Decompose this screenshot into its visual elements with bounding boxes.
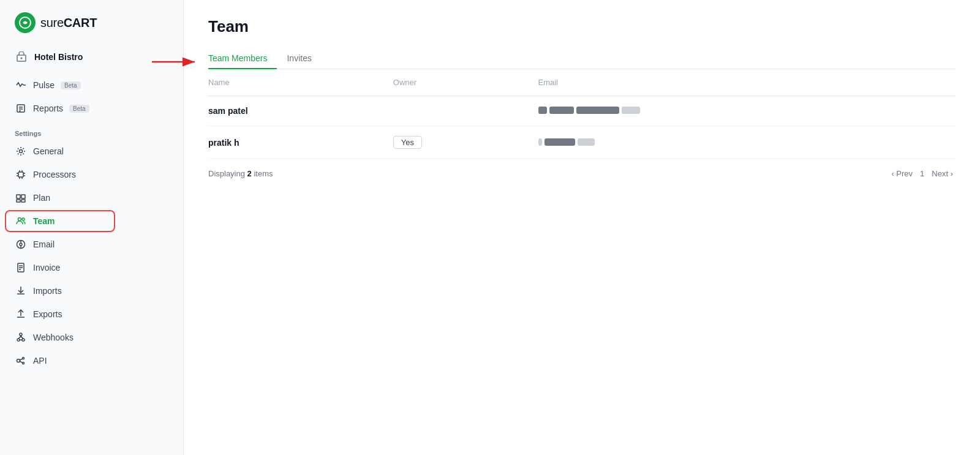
email-blur-sam — [538, 107, 640, 114]
sidebar-item-pulse[interactable]: Pulse Beta — [0, 73, 183, 97]
svg-rect-8 — [18, 172, 23, 177]
sidebar-item-general[interactable]: General — [0, 140, 183, 163]
row-owner-pratik: Yes — [393, 126, 538, 159]
table-row: sam patel — [208, 96, 956, 126]
sidebar-item-label-team: Team — [33, 216, 55, 226]
team-table: Name Owner Email sam patel — [208, 69, 956, 159]
sidebar-item-api[interactable]: API — [0, 349, 183, 372]
team-icon — [15, 215, 27, 227]
store-selector[interactable]: Hotel Bistro — [0, 45, 183, 73]
settings-section-label: Settings — [0, 120, 183, 140]
row-email-sam — [538, 96, 956, 126]
blur-piece — [622, 107, 640, 114]
svg-rect-17 — [17, 195, 20, 198]
sidebar-item-label-imports: Imports — [33, 286, 62, 296]
blur-piece — [538, 138, 542, 146]
main-header: Team Team Members Invites — [184, 0, 980, 69]
tabs: Team Members Invites — [208, 48, 956, 69]
sidebar-item-label-email: Email — [33, 239, 55, 249]
sidebar-item-reports[interactable]: Reports Beta — [0, 97, 183, 120]
sidebar-item-label-exports: Exports — [33, 309, 62, 319]
owner-yes-badge: Yes — [393, 136, 422, 149]
sidebar-item-label-api: API — [33, 356, 47, 366]
email-blur-pratik — [538, 138, 595, 146]
svg-point-36 — [17, 359, 20, 363]
sidebar-item-label-pulse: Pulse — [33, 80, 55, 90]
sidebar-item-label-general: General — [33, 146, 64, 156]
svg-rect-19 — [17, 200, 20, 202]
sidebar-item-label-plan: Plan — [33, 193, 50, 203]
blur-piece — [578, 138, 595, 146]
sidebar-item-label-processors: Processors — [33, 170, 76, 179]
tab-team-members[interactable]: Team Members — [208, 48, 277, 69]
prev-button[interactable]: ‹ Prev — [891, 169, 913, 178]
general-icon — [15, 145, 27, 157]
sidebar-item-label-invoice: Invoice — [33, 263, 60, 273]
svg-rect-18 — [21, 195, 25, 198]
table-header-row: Name Owner Email — [208, 69, 956, 96]
pagination: Displaying 2 items ‹ Prev 1 Next › — [208, 159, 956, 188]
exports-icon — [15, 308, 27, 320]
logo: sureCART — [0, 0, 183, 45]
sidebar-item-label-reports: Reports — [33, 103, 63, 113]
svg-point-22 — [22, 218, 24, 220]
imports-icon — [15, 285, 27, 297]
blur-piece — [549, 107, 574, 114]
sidebar-item-webhooks[interactable]: Webhooks — [0, 326, 183, 349]
col-owner: Owner — [393, 69, 538, 96]
svg-point-2 — [21, 58, 23, 59]
svg-line-40 — [20, 361, 23, 363]
plan-icon — [15, 192, 27, 204]
blur-piece — [545, 138, 575, 146]
svg-point-24 — [20, 243, 22, 246]
webhooks-icon — [15, 331, 27, 344]
tab-invites[interactable]: Invites — [277, 48, 321, 69]
col-email: Email — [538, 69, 956, 96]
store-name: Hotel Bistro — [34, 52, 83, 62]
svg-point-38 — [23, 363, 24, 364]
pagination-controls: ‹ Prev 1 Next › — [889, 169, 956, 178]
row-email-pratik — [538, 126, 956, 159]
svg-point-34 — [22, 339, 24, 341]
api-icon — [15, 355, 27, 367]
table-row: pratik h Yes — [208, 126, 956, 159]
pulse-icon — [15, 79, 27, 91]
email-icon — [15, 238, 27, 250]
svg-point-33 — [17, 339, 20, 341]
table-container: Name Owner Email sam patel — [184, 69, 980, 188]
sidebar-item-plan[interactable]: Plan — [0, 186, 183, 209]
svg-rect-20 — [21, 200, 25, 202]
sidebar-item-label-webhooks: Webhooks — [33, 333, 74, 342]
pulse-badge: Beta — [61, 81, 81, 89]
svg-point-37 — [23, 358, 24, 359]
row-owner-sam — [393, 96, 538, 126]
sidebar-item-exports[interactable]: Exports — [0, 303, 183, 326]
processors-icon — [15, 168, 27, 181]
logo-text: sureCART — [40, 16, 97, 30]
page-title: Team — [208, 17, 956, 36]
logo-icon — [15, 12, 36, 33]
invoice-icon — [15, 261, 27, 274]
reports-icon — [15, 102, 27, 115]
sidebar-item-processors[interactable]: Processors — [0, 163, 183, 186]
svg-point-7 — [20, 150, 23, 153]
svg-point-21 — [18, 218, 21, 221]
pagination-info: Displaying 2 items — [208, 169, 273, 178]
col-name: Name — [208, 69, 393, 96]
main-content: Team Team Members Invites Name Owner Ema… — [184, 0, 980, 455]
sidebar-item-team[interactable]: Team — [0, 209, 183, 233]
svg-point-35 — [20, 333, 22, 336]
sidebar-item-invoice[interactable]: Invoice — [0, 256, 183, 279]
svg-line-39 — [20, 359, 23, 360]
next-button[interactable]: Next › — [932, 169, 953, 178]
page-number: 1 — [920, 169, 924, 178]
row-name-pratik: pratik h — [208, 126, 393, 159]
blur-piece — [538, 107, 547, 114]
sidebar: sureCART Hotel Bistro Pulse Beta — [0, 0, 184, 455]
row-name-sam: sam patel — [208, 96, 393, 126]
store-icon — [15, 50, 28, 64]
blur-piece — [576, 107, 619, 114]
sidebar-item-email[interactable]: Email — [0, 233, 183, 256]
sidebar-item-imports[interactable]: Imports — [0, 279, 183, 303]
reports-badge: Beta — [69, 105, 89, 113]
